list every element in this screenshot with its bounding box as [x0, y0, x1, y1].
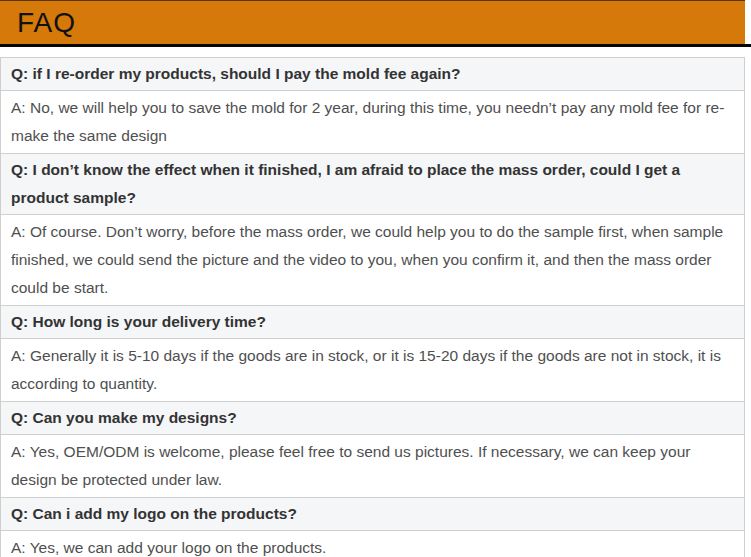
faq-header-wrap: FAQ [0, 0, 751, 47]
faq-answer-row: A: No, we will help you to save the mold… [1, 91, 744, 154]
faq-answer-row: A: Yes, we can add your logo on the prod… [1, 531, 744, 557]
faq-question-row: Q: I don’t know the effect when it finis… [1, 154, 744, 215]
faq-question-row: Q: if I re-order my products, should I p… [1, 58, 744, 91]
faq-answer-row: A: Generally it is 5-10 days if the good… [1, 339, 744, 402]
faq-header: FAQ [0, 0, 745, 44]
faq-table: Q: if I re-order my products, should I p… [0, 57, 745, 557]
faq-title: FAQ [17, 7, 76, 39]
faq-answer-row: A: Yes, OEM/ODM is welcome, please feel … [1, 435, 744, 498]
faq-question-row: Q: Can i add my logo on the products? [1, 498, 744, 531]
faq-page: FAQ Q: if I re-order my products, should… [0, 0, 751, 557]
faq-question-row: Q: Can you make my designs? [1, 402, 744, 435]
faq-question-row: Q: How long is your delivery time? [1, 306, 744, 339]
faq-answer-row: A: Of course. Don’t worry, before the ma… [1, 215, 744, 306]
